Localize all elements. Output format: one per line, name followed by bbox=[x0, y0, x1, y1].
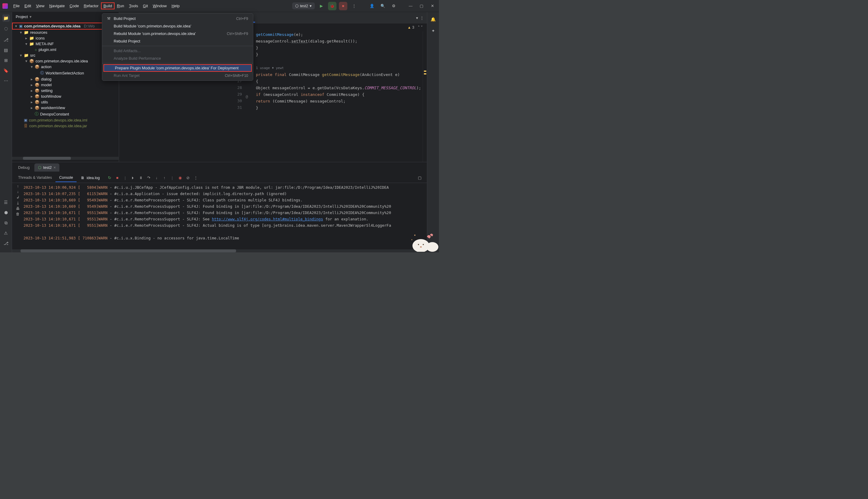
tree-item[interactable]: ▸📦toolWindow bbox=[12, 94, 119, 99]
menu-view[interactable]: View bbox=[34, 2, 47, 9]
rerun-icon[interactable]: ↻ bbox=[107, 175, 112, 181]
menu-item[interactable]: ⚒Build ProjectCtrl+F9 bbox=[102, 15, 253, 22]
scroll-up-icon[interactable]: ↑ bbox=[17, 184, 19, 188]
services-tool-icon[interactable]: ⬢ bbox=[2, 209, 10, 216]
resume-icon[interactable]: ⏵ bbox=[130, 175, 136, 181]
log-link[interactable]: http://www.slf4j.org/codes.html#multiple… bbox=[212, 216, 323, 222]
menu-tools[interactable]: Tools bbox=[127, 2, 140, 9]
pause-icon[interactable]: ⏸ bbox=[138, 175, 144, 181]
log[interactable]: 2023-10-13 14:10:06,924 [ 5804] WARN - #… bbox=[24, 183, 427, 250]
menu-build[interactable]: Build bbox=[101, 2, 114, 9]
expand-icon[interactable]: ▸ bbox=[30, 88, 33, 93]
tab-options-icon[interactable]: ⋮ bbox=[420, 16, 424, 20]
expand-icon[interactable]: ▾ bbox=[19, 53, 22, 58]
expand-icon[interactable]: ▾ bbox=[19, 30, 22, 35]
more-debug-icon[interactable]: ⋮ bbox=[193, 175, 199, 181]
layout-settings-icon[interactable]: ▢ bbox=[418, 175, 425, 180]
soft-wrap-icon[interactable]: ↲ bbox=[16, 195, 20, 199]
run-config-selector[interactable]: ⬡ test2 ▾ bbox=[292, 2, 315, 9]
code[interactable]: getCommitMessage(e); messageControl.setT… bbox=[253, 31, 423, 162]
tree-item[interactable]: ▸📦setting bbox=[12, 88, 119, 94]
prev-highlight-icon[interactable]: ˄ bbox=[418, 25, 420, 29]
editor-scrollbar[interactable] bbox=[423, 31, 427, 162]
menu-item[interactable]: Build Module 'com.primeton.devops.ide.id… bbox=[102, 22, 253, 30]
build-menu-dropdown[interactable]: ⚒Build ProjectCtrl+F9Build Module 'com.p… bbox=[102, 13, 253, 81]
menu-run[interactable]: Run bbox=[114, 2, 127, 9]
tree-item[interactable]: ▣com.primeton.devops.ide.idea.iml bbox=[12, 117, 119, 123]
step-into-icon[interactable]: ↓ bbox=[154, 175, 159, 181]
menu-edit[interactable]: Edit bbox=[22, 2, 34, 9]
close-window-button[interactable]: ✕ bbox=[428, 2, 437, 10]
menu-window[interactable]: Window bbox=[150, 2, 169, 9]
scroll-to-end-icon[interactable]: ⤓ bbox=[16, 201, 20, 205]
search-everywhere-button[interactable]: 🔍 bbox=[379, 2, 387, 10]
menu-code[interactable]: Code bbox=[67, 2, 82, 9]
scroll-down-icon[interactable]: ↓ bbox=[17, 190, 19, 194]
minimize-button[interactable]: — bbox=[406, 2, 415, 10]
view-breakpoints-icon[interactable]: ◉ bbox=[177, 175, 183, 181]
expand-icon[interactable]: ▸ bbox=[25, 36, 28, 40]
project-horizontal-scrollbar[interactable] bbox=[12, 157, 119, 160]
debug-tab[interactable]: Debug bbox=[14, 163, 33, 172]
commit-tool-icon[interactable]: ◌ bbox=[2, 25, 10, 32]
log-horizontal-scrollbar[interactable] bbox=[12, 250, 427, 252]
tree-item[interactable]: ▸📦workitemView bbox=[12, 105, 119, 111]
chevron-down-icon[interactable]: ▾ bbox=[416, 16, 418, 20]
menu-item[interactable]: Rebuild Module 'com.primeton.devops.ide.… bbox=[102, 30, 253, 37]
tree-item[interactable]: ⒾDevopsConstant bbox=[12, 111, 119, 117]
clear-icon[interactable]: 🗑 bbox=[16, 212, 20, 216]
menu-item: Analyze Build Performance bbox=[102, 54, 253, 62]
expand-icon[interactable]: ▸ bbox=[30, 100, 33, 104]
maximize-button[interactable]: ▢ bbox=[417, 2, 426, 10]
project-tool-icon[interactable]: 📁 bbox=[2, 14, 10, 22]
expand-icon[interactable]: ▾ bbox=[14, 24, 17, 28]
git-tool-icon[interactable]: ⎇ bbox=[2, 240, 10, 247]
log-file-tab[interactable]: 🗎 idea.log bbox=[78, 176, 103, 180]
expand-icon[interactable]: ▾ bbox=[25, 59, 28, 63]
next-highlight-icon[interactable]: ˅ bbox=[421, 25, 423, 29]
menu-file[interactable]: File bbox=[11, 2, 22, 9]
menu-git[interactable]: Git bbox=[140, 2, 150, 9]
notifications-tool-icon[interactable]: 🔔 bbox=[430, 16, 437, 23]
debug-button[interactable]: 🐞 bbox=[328, 2, 337, 10]
warnings-badge[interactable]: ▲ 3 ˄ ˅ bbox=[407, 25, 423, 29]
menu-item[interactable]: Prepare Plugin Module 'com.primeton.devo… bbox=[103, 64, 252, 72]
tree-item[interactable]: ▸📦model bbox=[12, 82, 119, 88]
expand-icon[interactable]: ▸ bbox=[30, 77, 33, 82]
expand-icon[interactable]: ▸ bbox=[30, 106, 33, 110]
todo-tool-icon[interactable]: ☰ bbox=[2, 199, 10, 206]
debug-sub-tab[interactable]: Console bbox=[56, 174, 76, 182]
settings-button[interactable]: ⚙ bbox=[390, 2, 398, 10]
expand-icon[interactable]: ▾ bbox=[25, 41, 28, 46]
menu-help[interactable]: Help bbox=[169, 2, 182, 9]
mute-breakpoints-icon[interactable]: ⊘ bbox=[185, 175, 191, 181]
debug-sub-tab[interactable]: Threads & Variables bbox=[14, 174, 56, 182]
terminal-tool-icon[interactable]: ⧉ bbox=[2, 219, 10, 227]
step-out-icon[interactable]: ↑ bbox=[161, 175, 167, 181]
expand-icon[interactable]: ▸ bbox=[30, 83, 33, 87]
structure-tool-icon[interactable]: ▤ bbox=[2, 46, 10, 54]
menu-refactor[interactable]: Refactor bbox=[82, 2, 101, 9]
expand-icon[interactable]: ▸ bbox=[30, 94, 33, 99]
print-icon[interactable]: 🖶 bbox=[16, 207, 20, 211]
problems-tool-icon[interactable]: ⚠ bbox=[2, 229, 10, 237]
debug-tab[interactable]: ⬡test2× bbox=[34, 163, 59, 172]
left-tool-rail: 📁 ◌ ⎇ ▤ ⊞ 🔖 ⋯ ☰ ⬢ ⧉ ⚠ ⎇ bbox=[0, 12, 12, 252]
ai-assistant-tool-icon[interactable]: ✦ bbox=[430, 27, 437, 34]
stop-icon[interactable]: ■ bbox=[114, 175, 120, 181]
step-over-icon[interactable]: ↷ bbox=[146, 175, 152, 181]
tree-item[interactable]: ▸📦utils bbox=[12, 99, 119, 105]
menu-item[interactable]: Rebuild Project bbox=[102, 37, 253, 45]
stop-button[interactable]: ■ bbox=[339, 2, 347, 10]
tree-item[interactable]: 🗄com.primeton.devops.ide.idea.jar bbox=[12, 123, 119, 129]
collaborate-icon[interactable]: 👤 bbox=[368, 2, 376, 10]
more-tools-icon[interactable]: ⋯ bbox=[2, 77, 10, 84]
database-tool-icon[interactable]: ⊞ bbox=[2, 57, 10, 64]
more-actions-button[interactable]: ⋮ bbox=[350, 2, 358, 10]
vcs-tool-icon[interactable]: ⎇ bbox=[2, 36, 10, 44]
run-button[interactable]: ▶ bbox=[317, 2, 326, 10]
menu-navigate[interactable]: Navigate bbox=[47, 2, 67, 9]
expand-icon[interactable]: ▾ bbox=[30, 64, 33, 69]
close-tab-icon[interactable]: × bbox=[54, 165, 56, 170]
bookmarks-tool-icon[interactable]: 🔖 bbox=[2, 67, 10, 74]
